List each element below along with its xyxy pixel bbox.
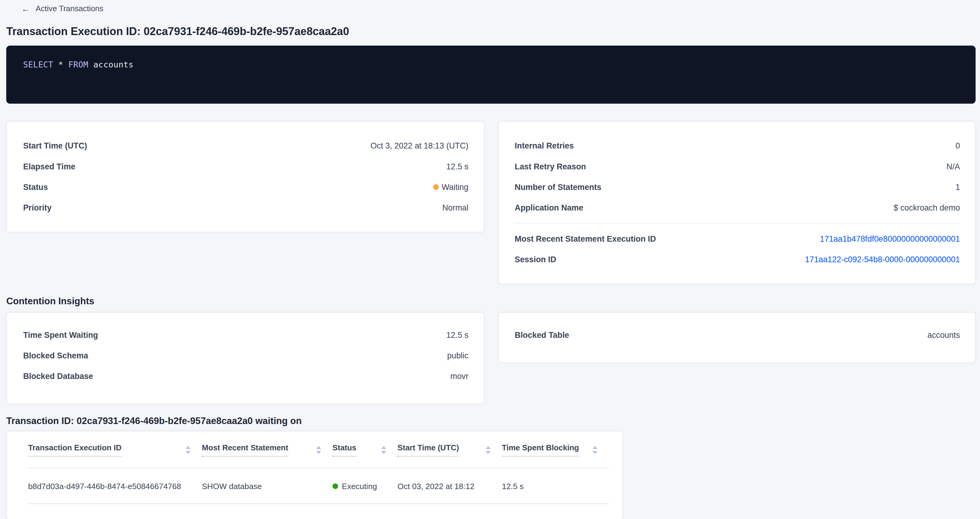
- back-link-label: Active Transactions: [36, 4, 103, 13]
- kv-value: public: [447, 351, 469, 360]
- kv-row-application-name: Application Name $ cockroach demo: [498, 197, 975, 218]
- kv-value: movr: [450, 372, 469, 381]
- kv-label: Blocked Table: [515, 330, 569, 340]
- column-header-time-spent-blocking[interactable]: Time Spent Blocking: [502, 443, 609, 456]
- kv-value: Oct 3, 2022 at 18:13 (UTC): [371, 141, 469, 151]
- caret-down-icon: [486, 451, 491, 454]
- caret-up-icon: [486, 446, 491, 449]
- caret-up-icon: [381, 446, 387, 449]
- kv-label: Session ID: [515, 255, 556, 264]
- contention-insights-heading: Contention Insights: [6, 295, 976, 306]
- contention-cards-row: Time Spent Waiting 12.5 s Blocked Schema…: [6, 313, 976, 405]
- kv-row-session-id: Session ID 171aa122-c092-54b8-0000-00000…: [498, 249, 975, 270]
- back-row: ← Active Transactions: [6, 0, 976, 14]
- caret-up-icon: [593, 446, 598, 449]
- status-badge: Waiting: [433, 183, 468, 192]
- card-divider: [513, 223, 960, 224]
- column-header-start-time[interactable]: Start Time (UTC): [398, 443, 502, 456]
- cell-start-time: Oct 03, 2022 at 18:12: [398, 481, 502, 490]
- back-to-active-transactions-link[interactable]: ← Active Transactions: [21, 4, 103, 13]
- sort-icon[interactable]: [186, 446, 191, 454]
- kv-value: N/A: [947, 162, 960, 171]
- cell-most-recent-statement: SHOW database: [202, 481, 332, 490]
- kv-row-priority: Priority Normal: [7, 197, 484, 218]
- sort-icon[interactable]: [593, 446, 598, 454]
- back-arrow-icon: ←: [21, 4, 30, 13]
- kv-row-blocked-schema: Blocked Schema public: [7, 345, 484, 366]
- kv-label: Application Name: [515, 203, 584, 212]
- kv-label: Blocked Schema: [23, 351, 88, 360]
- kv-label: Internal Retries: [515, 141, 574, 151]
- sql-text: accounts: [88, 60, 134, 69]
- sort-icon[interactable]: [316, 446, 321, 454]
- kv-value: 0: [956, 141, 960, 151]
- kv-value: $ cockroach demo: [893, 203, 960, 212]
- kv-value: 12.5 s: [446, 162, 469, 171]
- session-id-link[interactable]: 171aa122-c092-54b8-0000-000000000001: [805, 255, 960, 264]
- contention-details-card: Time Spent Waiting 12.5 s Blocked Schema…: [6, 313, 484, 405]
- caret-down-icon: [593, 451, 598, 454]
- kv-row-time-spent-waiting: Time Spent Waiting 12.5 s: [7, 325, 484, 345]
- column-header-status[interactable]: Status: [332, 443, 398, 456]
- kv-label: Last Retry Reason: [515, 162, 586, 171]
- execution-attributes-card: Internal Retries 0 Last Retry Reason N/A…: [498, 121, 976, 284]
- waiting-on-heading: Transaction ID: 02ca7931-f246-469b-b2fe-…: [6, 415, 976, 426]
- sort-icon[interactable]: [486, 446, 491, 454]
- caret-up-icon: [186, 446, 191, 449]
- kv-row-elapsed-time: Elapsed Time 12.5 s: [7, 156, 484, 177]
- column-header-most-recent-statement[interactable]: Most Recent Statement: [202, 443, 332, 456]
- sql-keyword: SELECT: [23, 60, 53, 69]
- page-title: Transaction Execution ID: 02ca7931-f246-…: [6, 25, 976, 38]
- kv-row-blocked-table: Blocked Table accounts: [498, 325, 975, 345]
- kv-label: Time Spent Waiting: [23, 330, 98, 340]
- kv-label: Start Time (UTC): [23, 141, 87, 151]
- blocked-table-card: Blocked Table accounts: [498, 313, 976, 363]
- column-header-label: Start Time (UTC): [398, 443, 459, 456]
- summary-cards-row: Start Time (UTC) Oct 3, 2022 at 18:13 (U…: [6, 121, 976, 284]
- kv-label: Most Recent Statement Execution ID: [515, 234, 656, 243]
- caret-down-icon: [186, 451, 191, 454]
- kv-label: Number of Statements: [515, 183, 601, 192]
- status-text: Executing: [342, 481, 377, 490]
- transaction-details-page: ← Active Transactions Transaction Execut…: [0, 0, 980, 519]
- caret-down-icon: [381, 451, 387, 454]
- kv-value: 1: [956, 183, 960, 192]
- column-header-transaction-execution-id[interactable]: Transaction Execution ID: [28, 443, 202, 456]
- kv-label: Blocked Database: [23, 372, 93, 381]
- cell-transaction-execution-id: b8d7d03a-d497-446b-8474-e50846674768: [28, 481, 202, 490]
- kv-row-status: Status Waiting: [7, 177, 484, 197]
- waiting-on-table: Transaction Execution ID Most Recent Sta…: [6, 431, 623, 519]
- column-header-label: Most Recent Statement: [202, 443, 288, 456]
- table-header-row: Transaction Execution ID Most Recent Sta…: [28, 432, 609, 468]
- sql-text: *: [53, 60, 68, 69]
- kv-row-start-time: Start Time (UTC) Oct 3, 2022 at 18:13 (U…: [7, 135, 484, 156]
- caret-down-icon: [316, 451, 321, 454]
- kv-row-most-recent-statement-execution-id: Most Recent Statement Execution ID 171aa…: [498, 229, 975, 249]
- kv-value: accounts: [928, 330, 960, 340]
- table-row: b8d7d03a-d497-446b-8474-e50846674768 SHO…: [28, 468, 609, 504]
- kv-label: Status: [23, 183, 48, 192]
- transaction-summary-card: Start Time (UTC) Oct 3, 2022 at 18:13 (U…: [6, 121, 484, 233]
- column-header-label: Time Spent Blocking: [502, 443, 579, 456]
- statement-execution-id-link[interactable]: 171aa1b478fdf0e80000000000000001: [820, 234, 960, 243]
- caret-up-icon: [316, 446, 321, 449]
- sql-statement-box: SELECT * FROM accounts: [6, 46, 976, 104]
- sort-icon[interactable]: [381, 446, 387, 454]
- kv-label: Priority: [23, 203, 51, 212]
- kv-row-last-retry-reason: Last Retry Reason N/A: [498, 156, 975, 177]
- status-waiting-dot-icon: [433, 184, 439, 190]
- status-text: Waiting: [442, 183, 469, 192]
- kv-row-number-of-statements: Number of Statements 1: [498, 177, 975, 197]
- status-executing-dot-icon: [332, 483, 338, 489]
- sql-keyword: FROM: [68, 60, 88, 69]
- kv-row-internal-retries: Internal Retries 0: [498, 135, 975, 156]
- kv-value: Normal: [442, 203, 469, 212]
- kv-row-blocked-database: Blocked Database movr: [7, 366, 484, 387]
- column-header-label: Transaction Execution ID: [28, 443, 121, 456]
- cell-status: Executing: [332, 481, 398, 490]
- kv-value: 12.5 s: [446, 330, 469, 340]
- kv-label: Elapsed Time: [23, 162, 75, 171]
- column-header-label: Status: [332, 443, 356, 456]
- cell-time-spent-blocking: 12.5 s: [502, 481, 609, 490]
